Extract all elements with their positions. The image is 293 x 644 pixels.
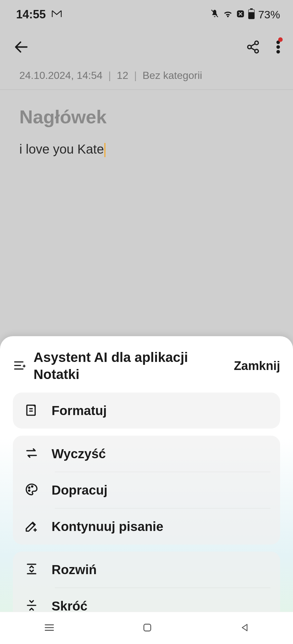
expand-action[interactable]: Rozwiń bbox=[13, 552, 280, 588]
svg-point-21 bbox=[29, 490, 30, 491]
note-title-placeholder[interactable]: Nagłówek bbox=[19, 106, 274, 128]
action-group: Wyczyść Dopracuj bbox=[13, 436, 280, 545]
action-group: Formatuj bbox=[13, 393, 280, 429]
format-action[interactable]: Formatuj bbox=[13, 393, 280, 429]
app-header bbox=[0, 26, 293, 70]
status-left: 14:55 bbox=[16, 8, 62, 21]
status-right: 73% bbox=[210, 8, 280, 21]
back-nav-button[interactable] bbox=[240, 623, 249, 634]
status-bar: 14:55 bbox=[0, 0, 293, 26]
notification-dot bbox=[278, 37, 283, 42]
note-category: Bez kategorii bbox=[142, 70, 202, 81]
back-button[interactable] bbox=[13, 39, 30, 57]
action-label: Formatuj bbox=[52, 403, 107, 418]
svg-line-8 bbox=[251, 44, 255, 46]
svg-point-6 bbox=[248, 45, 251, 49]
note-content-area[interactable]: Nagłówek i love you Kate bbox=[0, 90, 293, 173]
svg-point-19 bbox=[29, 487, 30, 488]
note-meta: 24.10.2024, 14:54 | 12 | Bez kategorii bbox=[0, 70, 293, 90]
ai-assistant-sheet: Asystent AI dla aplikacji Notatki Zamkni… bbox=[0, 336, 293, 644]
pencil-plus-icon bbox=[24, 519, 39, 534]
text-cursor bbox=[104, 143, 105, 157]
android-nav-bar bbox=[0, 612, 293, 644]
sheet-header: Asystent AI dla aplikacji Notatki Zamkni… bbox=[0, 349, 293, 393]
home-button[interactable] bbox=[142, 622, 152, 634]
expand-icon bbox=[24, 562, 39, 577]
action-label: Skróć bbox=[52, 599, 87, 613]
svg-point-12 bbox=[277, 50, 280, 53]
clear-action[interactable]: Wyczyść bbox=[13, 436, 280, 472]
bell-muted-icon bbox=[210, 9, 220, 20]
status-time: 14:55 bbox=[16, 8, 46, 21]
svg-rect-4 bbox=[249, 12, 254, 19]
share-button[interactable] bbox=[246, 40, 260, 55]
note-date: 24.10.2024, 14:54 bbox=[19, 70, 103, 81]
wifi-icon bbox=[223, 10, 233, 19]
palette-icon bbox=[24, 482, 39, 498]
svg-rect-16 bbox=[27, 405, 35, 415]
refine-action[interactable]: Dopracuj bbox=[13, 472, 280, 508]
ai-sparkle-icon bbox=[13, 358, 27, 374]
action-label: Wyczyść bbox=[52, 447, 106, 461]
svg-point-11 bbox=[277, 45, 280, 49]
swap-icon bbox=[24, 446, 39, 461]
recent-apps-button[interactable] bbox=[44, 623, 55, 634]
note-body[interactable]: i love you Kate bbox=[19, 142, 105, 157]
svg-rect-28 bbox=[144, 624, 151, 631]
continue-writing-action[interactable]: Kontynuuj pisanie bbox=[13, 508, 280, 545]
svg-point-5 bbox=[255, 41, 259, 45]
close-badge-icon bbox=[236, 10, 245, 19]
svg-line-9 bbox=[251, 48, 255, 50]
note-char-count: 12 bbox=[117, 70, 128, 81]
gmail-icon bbox=[52, 10, 62, 19]
more-button[interactable] bbox=[276, 40, 280, 55]
svg-point-20 bbox=[32, 486, 33, 487]
sheet-title: Asystent AI dla aplikacji Notatki bbox=[34, 349, 227, 383]
action-label: Kontynuuj pisanie bbox=[52, 519, 163, 534]
close-button[interactable]: Zamknij bbox=[234, 359, 280, 373]
format-icon bbox=[24, 403, 39, 418]
battery-icon bbox=[248, 8, 255, 21]
action-label: Dopracuj bbox=[52, 483, 107, 497]
battery-percent: 73% bbox=[258, 8, 280, 21]
action-label: Rozwiń bbox=[52, 563, 97, 577]
svg-point-7 bbox=[255, 49, 259, 53]
shorten-icon bbox=[24, 598, 39, 614]
